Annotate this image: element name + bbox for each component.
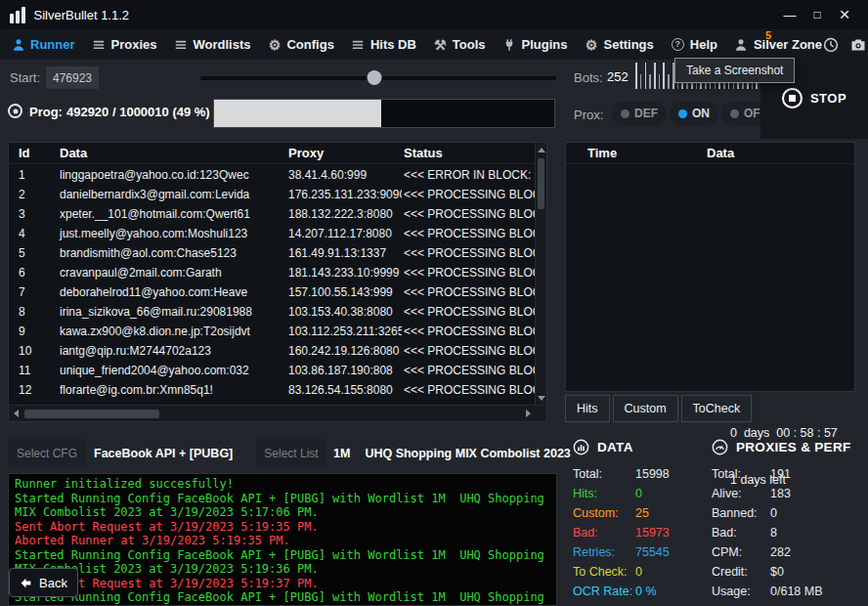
cell-id: 3 xyxy=(9,207,58,221)
nav-item-label: Settings xyxy=(603,37,653,52)
table-row[interactable]: 5brandismith@aol.com:Chase5123161.49.91.… xyxy=(9,243,535,263)
start-slider[interactable] xyxy=(200,76,556,80)
cell-proxy: 103.112.253.211:32650 xyxy=(286,325,402,338)
nav-item-silver-zone[interactable]: Silver Zone5 xyxy=(734,37,822,52)
table-row[interactable]: 8irina_sizikova_66@mail.ru:29081988103.1… xyxy=(9,302,535,322)
nav-item-plugins[interactable]: Plugins xyxy=(502,37,568,52)
cell-proxy: 160.242.19.126:8080 xyxy=(286,344,402,358)
column-header-data: Data xyxy=(705,146,854,160)
stat-label: CPM: xyxy=(712,545,770,559)
scroll-down-icon[interactable] xyxy=(536,392,546,404)
start-input[interactable]: 476923 xyxy=(46,66,99,89)
select-cfg-button[interactable]: Select CFG xyxy=(8,439,86,467)
window-controls: — □ × xyxy=(776,2,858,27)
stat-value: 183 xyxy=(770,487,791,500)
hits-table: Time Data xyxy=(565,142,855,392)
nav-item-label: Hits DB xyxy=(370,37,416,52)
cell-proxy: 181.143.233.10:9999 xyxy=(286,266,402,280)
cell-data: deborahelrod11@yahoo.com:Heave xyxy=(58,285,286,299)
table-row[interactable]: 3xpeter.__101@hotmail.com:Qwert61188.132… xyxy=(9,204,535,224)
horizontal-scrollbar-thumb[interactable] xyxy=(24,410,159,418)
column-header-status: Status xyxy=(402,146,535,160)
prox-option-on[interactable]: ON xyxy=(670,102,718,125)
selected-config-name: FaceBook API + [PUBG] xyxy=(94,439,233,467)
cell-id: 4 xyxy=(9,227,58,240)
stat-label: Alive: xyxy=(712,487,770,500)
prox-option-def[interactable]: DEF xyxy=(612,102,667,125)
stat-value: 0 % xyxy=(635,584,657,598)
history-clock-icon[interactable] xyxy=(822,36,839,53)
minimize-button[interactable]: — xyxy=(776,2,803,27)
table-row[interactable]: 1linggapoetra@yahoo.co.id:123Qwec38.41.4… xyxy=(9,165,535,185)
tab-hits[interactable]: Hits xyxy=(565,395,610,422)
nav-item-tools[interactable]: ⚒Tools xyxy=(433,37,486,52)
table-row[interactable]: 11unique_friend2004@yahoo.com:032103.86.… xyxy=(9,361,535,380)
scroll-right-icon[interactable] xyxy=(522,406,534,421)
vertical-scrollbar-thumb[interactable] xyxy=(538,158,544,209)
wordlist-size: 1M xyxy=(333,447,350,460)
stat-row: To Check:0 xyxy=(573,562,670,582)
stat-value: 15998 xyxy=(635,467,670,481)
cell-id: 5 xyxy=(9,246,58,260)
radio-dot-icon xyxy=(730,109,739,118)
nav-item-help[interactable]: ?Help xyxy=(671,37,717,52)
table-row[interactable]: 10iantg@qip.ru:M2744702a123160.242.19.12… xyxy=(9,341,535,361)
proxies-list-icon xyxy=(92,37,107,52)
maximize-button[interactable]: □ xyxy=(803,2,831,27)
nav-item-label: Silver Zone xyxy=(754,37,822,52)
nav-item-proxies[interactable]: Proxies xyxy=(92,37,157,52)
start-slider-handle[interactable] xyxy=(368,70,382,85)
nav-item-settings[interactable]: ⚙Settings xyxy=(584,37,653,52)
table-row[interactable]: 2danielbernardix3@gmail.com:Levida176.23… xyxy=(9,185,535,204)
nav-item-hits-db[interactable]: Hits DB xyxy=(351,37,416,52)
nav-item-label: Tools xyxy=(453,37,486,52)
nav-item-label: Runner xyxy=(30,37,75,52)
stat-row: CPM:282 xyxy=(712,542,850,562)
stat-value: 15973 xyxy=(635,526,670,540)
cell-data: kawa.zx900@k8.dion.ne.jp:T2osijdvt xyxy=(58,325,286,338)
window-title: SilverBullet 1.1.2 xyxy=(34,8,130,22)
table-row[interactable]: 6cravanpaul@2mail.com:Garath181.143.233.… xyxy=(9,263,535,282)
proxy-stats-panel: PROXIES & PERF Total:191Alive:183Banned:… xyxy=(712,439,850,601)
nav-item-configs[interactable]: ⚙Configs xyxy=(267,37,333,52)
stat-row: Total:191 xyxy=(712,464,850,484)
scroll-left-icon[interactable] xyxy=(10,406,22,421)
cell-status: <<< PROCESSING BLOCK xyxy=(402,246,535,260)
scroll-up-icon[interactable] xyxy=(536,144,546,155)
horizontal-scrollbar[interactable] xyxy=(9,405,546,421)
radio-dot-icon xyxy=(678,109,687,118)
stop-label: STOP xyxy=(810,91,846,106)
help-question-icon: ? xyxy=(671,37,685,52)
cell-proxy: 157.100.55.143:999 xyxy=(286,285,402,299)
close-button[interactable]: × xyxy=(831,2,858,27)
screenshot-camera-icon[interactable] xyxy=(849,36,866,53)
back-button[interactable]: Back xyxy=(9,568,78,597)
vertical-scrollbar[interactable] xyxy=(535,143,546,405)
stat-value: 0 xyxy=(635,487,642,500)
table-row[interactable]: 7deborahelrod11@yahoo.com:Heave157.100.5… xyxy=(9,282,535,302)
results-table: Id Data Proxy Status 1linggapoetra@yahoo… xyxy=(8,142,547,422)
stat-row: OCR Rate:0 % xyxy=(573,582,670,601)
cell-data: linggapoetra@yahoo.co.id:123Qwec xyxy=(58,168,286,182)
cell-data: unique_friend2004@yahoo.com:032 xyxy=(58,364,286,377)
stat-row: Bad:8 xyxy=(712,523,850,542)
table-row[interactable]: 4just.meelly@yahoo.com:Moshuli12314.207.… xyxy=(9,224,535,243)
stat-label: Hits: xyxy=(573,487,635,500)
nav-item-runner[interactable]: Runner xyxy=(11,37,75,52)
stat-label: Credit: xyxy=(712,565,770,579)
start-label: Start: xyxy=(10,70,40,85)
log-line: Sent Abort Request at 3/19/2023 5:19:35 … xyxy=(15,520,550,535)
cell-proxy: 14.207.112.17:8080 xyxy=(286,227,402,240)
stat-value: 0 xyxy=(770,506,777,520)
table-row[interactable]: 12florarte@ig.com.br:Xmn85q1!83.126.54.1… xyxy=(9,380,535,400)
hits-table-header: Time Data xyxy=(566,143,854,164)
table-row[interactable]: 9kawa.zx900@k8.dion.ne.jp:T2osijdvt103.1… xyxy=(9,322,535,341)
nav-item-wordlists[interactable]: Wordlists xyxy=(173,37,250,52)
stat-row: Banned:0 xyxy=(712,503,850,523)
tab-custom[interactable]: Custom xyxy=(613,395,678,422)
settings-gear-icon: ⚙ xyxy=(584,37,598,52)
stat-value: 0/618 MB xyxy=(770,584,823,598)
select-list-button[interactable]: Select List xyxy=(256,439,326,467)
titlebar: SilverBullet 1.1.2 — □ × xyxy=(0,0,868,29)
nav-item-label: Plugins xyxy=(522,37,568,52)
